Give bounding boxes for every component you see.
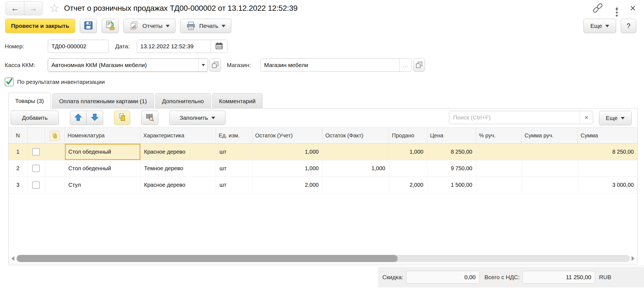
cell-unit[interactable]: шт <box>216 177 252 193</box>
tab-goods[interactable]: Товары (3) <box>8 93 51 109</box>
help-button[interactable]: ? <box>621 19 636 33</box>
column-header-icon <box>45 128 65 144</box>
post-document-button[interactable] <box>102 19 119 33</box>
scrollbar-thumb[interactable] <box>17 255 398 262</box>
store-choose-button[interactable]: ... <box>399 59 411 71</box>
table-header-row: N Номенклатура Характеристика Ед. изм. О… <box>9 128 637 144</box>
date-picker-button[interactable] <box>211 40 227 53</box>
row-checkbox[interactable] <box>32 148 40 156</box>
kkm-open-button[interactable] <box>209 58 221 72</box>
tab-payment-cards[interactable]: Оплата платежными картами (1) <box>52 93 154 109</box>
cell-pct-manual[interactable] <box>476 160 522 177</box>
store-label: Магазин: <box>227 58 251 72</box>
date-input[interactable] <box>137 40 211 53</box>
print-button[interactable]: Печать <box>180 19 231 33</box>
move-row-up-button[interactable] <box>70 111 86 125</box>
forward-button[interactable]: → <box>24 2 42 15</box>
cell-select[interactable] <box>27 144 45 160</box>
close-button[interactable]: × <box>630 3 636 13</box>
cell-sum-manual[interactable] <box>522 144 578 160</box>
cell-pct-manual[interactable] <box>476 144 522 160</box>
copy-row-button[interactable] <box>114 111 130 125</box>
cell-characteristic[interactable]: Красное дерево <box>140 177 216 193</box>
cell-stock-fact[interactable] <box>322 177 389 193</box>
cell-row-number[interactable]: 2 <box>9 160 27 177</box>
cell-price[interactable]: 9 750,00 <box>427 160 476 177</box>
move-row-down-button[interactable] <box>86 111 103 125</box>
back-button[interactable]: ← <box>6 2 24 15</box>
row-checkbox[interactable] <box>32 165 40 172</box>
post-and-close-button[interactable]: Провести и закрыть <box>5 19 75 33</box>
cell-select[interactable] <box>27 160 45 177</box>
barcode-scan-button[interactable] <box>141 111 158 125</box>
cell-nomenclature[interactable]: Стол обеденный <box>65 160 140 177</box>
tab-additional[interactable]: Дополнительно <box>155 93 211 109</box>
favorite-star-icon[interactable]: ☆ <box>49 2 60 14</box>
save-button[interactable] <box>80 19 97 33</box>
cell-unit[interactable]: шт <box>216 160 252 177</box>
kkm-dropdown-button[interactable] <box>198 59 208 71</box>
cell-characteristic[interactable]: Темное дерево <box>140 160 216 177</box>
cell-icon[interactable] <box>45 160 65 177</box>
cell-pct-manual[interactable] <box>476 177 522 193</box>
cell-price[interactable]: 1 500,00 <box>427 177 476 193</box>
cell-stock-acc[interactable]: 2,000 <box>252 177 322 193</box>
store-input[interactable] <box>261 59 399 71</box>
cell-stock-acc[interactable]: 1,000 <box>252 160 322 177</box>
cell-sum-manual[interactable] <box>522 177 578 193</box>
inventory-checkbox[interactable] <box>5 78 14 86</box>
page-title: Отчет о розничных продажах ТД00-000002 о… <box>64 4 298 13</box>
cell-sum[interactable] <box>578 160 637 177</box>
grid-more-button[interactable]: Еще <box>599 111 632 125</box>
cell-sum[interactable]: 3 000,00 <box>578 177 637 193</box>
cell-nomenclature[interactable]: Стул <box>65 177 140 193</box>
kkm-input[interactable] <box>48 59 198 71</box>
date-label: Дата: <box>115 40 130 53</box>
row-checkbox[interactable] <box>32 181 40 189</box>
number-input[interactable] <box>48 40 109 53</box>
cell-sold[interactable]: 2,000 <box>389 177 427 193</box>
table-row: 3 Стул Красное дерево шт 2,000 2,000 1 5… <box>9 177 637 193</box>
clear-icon: × <box>584 114 588 121</box>
cell-unit[interactable]: шт <box>216 144 252 160</box>
search-clear-button[interactable]: × <box>580 111 593 124</box>
tab-strip: Товары (3) Оплата платежными картами (1)… <box>8 93 262 109</box>
cell-sum-manual[interactable] <box>522 160 578 177</box>
add-row-button[interactable]: Добавить <box>11 111 59 125</box>
reports-button[interactable]: Отчеты <box>123 19 176 33</box>
scroll-right-arrow[interactable] <box>632 256 635 261</box>
cell-select[interactable] <box>27 177 45 193</box>
cell-row-number[interactable]: 1 <box>9 144 27 160</box>
cell-icon[interactable] <box>45 144 65 160</box>
cell-nomenclature[interactable]: Стол обеденный <box>65 144 140 160</box>
more-button[interactable]: Еще <box>583 19 616 33</box>
history-nav: ← → <box>6 1 43 15</box>
column-header-characteristic: Характеристика <box>140 128 216 144</box>
cell-sold[interactable] <box>389 160 427 177</box>
cell-stock-acc[interactable]: 1,000 <box>252 144 322 160</box>
post-document-icon <box>105 20 115 32</box>
window-menu-button[interactable] <box>616 6 618 10</box>
cell-characteristic[interactable]: Красное дерево <box>140 144 216 160</box>
cell-stock-fact[interactable]: 1,000 <box>322 160 389 177</box>
fill-button[interactable]: Заполнить <box>169 111 225 125</box>
arrow-up-icon <box>74 113 82 123</box>
search-input[interactable] <box>449 111 580 124</box>
column-header-stock-fact: Остаток (Факт) <box>322 128 389 144</box>
cell-price[interactable]: 8 250,00 <box>427 144 476 160</box>
kkm-field-wrap <box>48 58 208 72</box>
store-open-button[interactable] <box>413 58 425 72</box>
cell-sold[interactable]: 1,000 <box>389 144 427 160</box>
cell-stock-fact[interactable] <box>322 144 389 160</box>
scrollbar-track[interactable] <box>16 255 630 262</box>
chevron-down-icon <box>222 25 225 27</box>
cell-icon[interactable] <box>45 177 65 193</box>
cell-sum[interactable]: 8 250,00 <box>578 144 637 160</box>
cell-row-number[interactable]: 3 <box>9 177 27 193</box>
tab-comment[interactable]: Комментарий <box>212 93 262 109</box>
get-link-button[interactable] <box>592 2 604 14</box>
column-header-stock-acc: Остаток (Учет) <box>252 128 322 144</box>
scroll-left-arrow[interactable] <box>11 256 14 261</box>
column-header-nomenclature: Номенклатура <box>65 128 140 144</box>
inventory-checkbox-label: По результатам инвентаризации <box>17 78 105 86</box>
